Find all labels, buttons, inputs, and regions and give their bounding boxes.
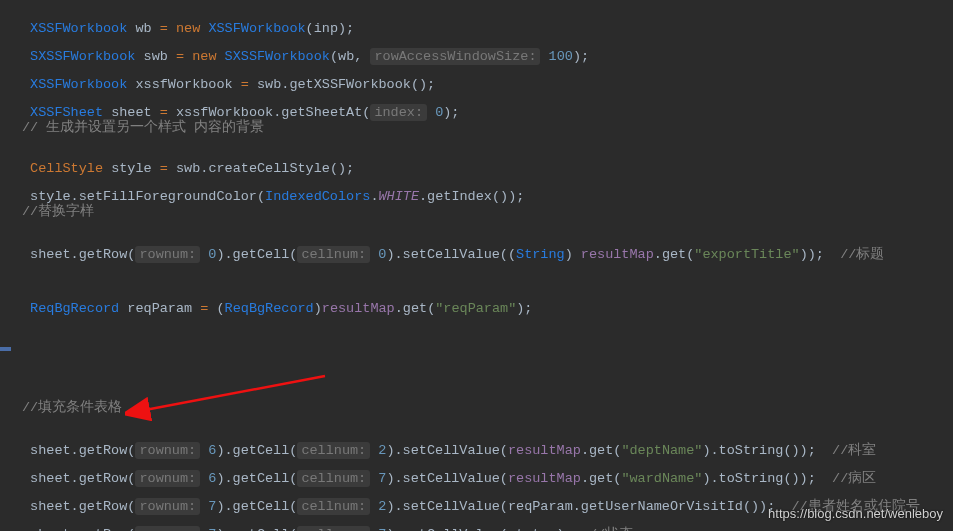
end: )); xyxy=(800,247,841,262)
code-line: XSSFWorkbook xssfWorkbook = swb.getXSSFW… xyxy=(22,62,435,92)
code-line: XSSFSheet sheet = xssfWorkbook.getSheetA… xyxy=(22,90,459,120)
code-line: ReqBgRecord reqParam = (ReqBgRecord)resu… xyxy=(22,286,532,316)
annotation-arrow xyxy=(125,370,345,425)
mid: ).getCell( xyxy=(216,527,297,531)
cast-type: String xyxy=(516,247,565,262)
type-name: IndexedColors xyxy=(265,189,370,204)
code-editor: XSSFWorkbook wb = new XSSFWorkbook(inp);… xyxy=(0,0,953,531)
mid: ).getCell( xyxy=(216,247,297,262)
get: .get( xyxy=(654,247,695,262)
comment: // 生成并设置另一个样式 内容的背景 xyxy=(22,118,264,136)
comment: //状态 xyxy=(589,527,633,531)
number: 100 xyxy=(549,49,573,64)
call: sheet.getRow( xyxy=(30,527,135,531)
open: ( xyxy=(208,301,224,316)
paren: ) xyxy=(565,247,581,262)
mid: ).setCellValue(( xyxy=(386,247,516,262)
tail: ).setCellValue(status); xyxy=(386,527,589,531)
code-line: SXSSFWorkbook swb = new SXSSFWorkbook(wb… xyxy=(22,34,589,64)
close: ) xyxy=(314,301,322,316)
comment: //标题 xyxy=(840,247,884,262)
dot: . xyxy=(370,189,378,204)
type-name: ReqBgRecord xyxy=(225,301,314,316)
param-hint: index: xyxy=(370,104,427,121)
get: .get( xyxy=(395,301,436,316)
svg-line-1 xyxy=(145,376,325,410)
code-line: style.setFillForegroundColor(IndexedColo… xyxy=(22,174,524,204)
type-name: ReqBgRecord xyxy=(30,301,119,316)
tail: .getIndex()); xyxy=(419,189,524,204)
close: ); xyxy=(443,105,459,120)
ident: resultMap xyxy=(581,247,654,262)
code-line: XSSFWorkbook wb = new XSSFWorkbook(inp); xyxy=(22,6,354,36)
param-hint: cellnum: xyxy=(297,246,370,263)
code-line: CellStyle style = swb.createCellStyle(); xyxy=(22,146,354,176)
string: "reqParam" xyxy=(435,301,516,316)
string: "exportTitle" xyxy=(694,247,799,262)
ident: resultMap xyxy=(322,301,395,316)
end: ); xyxy=(516,301,532,316)
comment: //填充条件表格 xyxy=(22,398,122,416)
var: reqParam xyxy=(127,301,192,316)
close: ); xyxy=(573,49,589,64)
comment: //替换字样 xyxy=(22,202,94,220)
param-hint: rownum: xyxy=(135,246,200,263)
param-hint: rownum: xyxy=(135,526,200,531)
code-line: sheet.getRow(rownum: 0).getCell(cellnum:… xyxy=(22,230,884,263)
param-hint: cellnum: xyxy=(297,526,370,531)
call: sheet.getRow( xyxy=(30,247,135,262)
code-line: sheet.getRow(rownum: 7).getCell(cellnum:… xyxy=(22,510,633,531)
gutter-marker xyxy=(0,347,11,351)
const: WHITE xyxy=(379,189,420,204)
watermark: https://blog.csdn.net/wenleboy xyxy=(768,506,943,521)
